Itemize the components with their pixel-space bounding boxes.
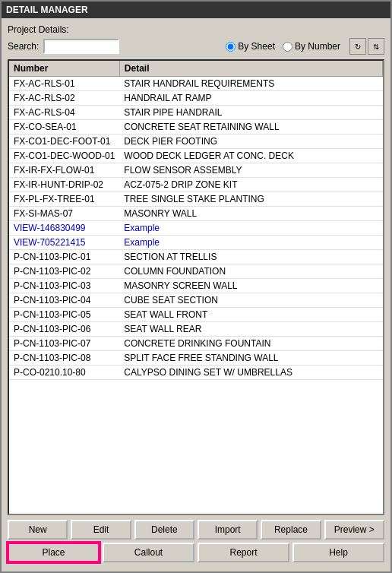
cell-number: VIEW-146830499: [9, 221, 119, 236]
table-row[interactable]: FX-AC-RLS-02HANDRAIL AT RAMP: [9, 91, 383, 106]
cell-detail: CONCRETE DRINKING FOUNTAIN: [119, 337, 382, 351]
cell-detail: FLOW SENSOR ASSEMBLY: [119, 163, 382, 178]
cell-detail: STAIR PIPE HANDRAIL: [119, 106, 382, 120]
cell-detail: CALYPSO DINING SET W/ UMBRELLAS: [119, 366, 382, 380]
table-row[interactable]: P-CN-1103-PIC-04CUBE SEAT SECTION: [9, 293, 383, 308]
column-header-detail: Detail: [119, 61, 382, 77]
table-body: FX-AC-RLS-01STAIR HANDRAIL REQUIREMENTSF…: [9, 77, 383, 380]
cell-number: FX-AC-RLS-02: [9, 91, 119, 106]
cell-detail: Example: [119, 221, 382, 236]
table-row[interactable]: P-CO-0210.10-80CALYPSO DINING SET W/ UMB…: [9, 366, 383, 380]
content-area: Project Details: Search: By Sheet By Num…: [2, 18, 390, 571]
cell-detail: WOOD DECK LEDGER AT CONC. DECK: [119, 149, 382, 163]
table-container[interactable]: Number Detail FX-AC-RLS-01STAIR HANDRAIL…: [8, 59, 384, 515]
table-row[interactable]: P-CN-1103-PIC-07CONCRETE DRINKING FOUNTA…: [9, 337, 383, 351]
new-button[interactable]: New: [8, 520, 68, 540]
search-input[interactable]: [43, 39, 119, 54]
search-row: Search: By Sheet By Number ↻ ⇅: [8, 38, 384, 55]
table-row[interactable]: P-CN-1103-PIC-01SECTION AT TRELLIS: [9, 250, 383, 264]
cell-number: P-CN-1103-PIC-02: [9, 264, 119, 279]
refresh-button[interactable]: ↻: [349, 38, 366, 55]
table-row[interactable]: P-CN-1103-PIC-02COLUMN FOUNDATION: [9, 264, 383, 279]
main-window: DETAIL MANAGER Project Details: Search: …: [0, 0, 392, 573]
cell-detail: CUBE SEAT SECTION: [119, 293, 382, 308]
cell-number: P-CN-1103-PIC-07: [9, 337, 119, 351]
cell-number: P-CN-1103-PIC-03: [9, 279, 119, 293]
cell-detail: SEAT WALL FRONT: [119, 308, 382, 322]
edit-button[interactable]: Edit: [71, 520, 131, 540]
table-row[interactable]: FX-PL-FX-TREE-01TREE SINGLE STAKE PLANTI…: [9, 192, 383, 207]
table-row[interactable]: FX-IR-HUNT-DRIP-02ACZ-075-2 DRIP ZONE KI…: [9, 178, 383, 192]
cell-number: FX-AC-RLS-01: [9, 77, 119, 91]
cell-detail: COLUMN FOUNDATION: [119, 264, 382, 279]
cell-number: P-CN-1103-PIC-04: [9, 293, 119, 308]
window-title: DETAIL MANAGER: [6, 5, 88, 15]
table-header-row: Number Detail: [9, 61, 383, 77]
table-row[interactable]: P-CN-1103-PIC-06SEAT WALL REAR: [9, 322, 383, 337]
cell-detail: MASONRY SCREEN WALL: [119, 279, 382, 293]
cell-detail: Example: [119, 236, 382, 250]
cell-detail: SECTION AT TRELLIS: [119, 250, 382, 264]
title-bar: DETAIL MANAGER: [2, 2, 390, 18]
sort-button[interactable]: ⇅: [368, 38, 384, 55]
table-row[interactable]: FX-CO1-DEC-WOOD-01WOOD DECK LEDGER AT CO…: [9, 149, 383, 163]
cell-number: FX-CO1-DEC-FOOT-01: [9, 135, 119, 149]
cell-number: FX-IR-HUNT-DRIP-02: [9, 178, 119, 192]
cell-number: P-CO-0210.10-80: [9, 366, 119, 380]
search-label: Search:: [8, 41, 39, 52]
cell-number: FX-CO-SEA-01: [9, 120, 119, 135]
place-button[interactable]: Place: [8, 543, 100, 562]
import-button[interactable]: Import: [198, 520, 258, 540]
table-row[interactable]: FX-CO1-DEC-FOOT-01DECK PIER FOOTING: [9, 135, 383, 149]
cell-number: FX-SI-MAS-07: [9, 207, 119, 221]
delete-button[interactable]: Delete: [134, 520, 194, 540]
column-header-number: Number: [9, 61, 119, 77]
bottom-buttons-row1: New Edit Delete Import Replace Preview >: [8, 515, 384, 543]
radio-by-number[interactable]: By Number: [283, 41, 340, 52]
radio-by-sheet[interactable]: By Sheet: [226, 41, 275, 52]
cell-number: FX-AC-RLS-04: [9, 106, 119, 120]
cell-number: P-CN-1103-PIC-06: [9, 322, 119, 337]
cell-detail: CONCRETE SEAT RETAINING WALL: [119, 120, 382, 135]
cell-detail: SPLIT FACE FREE STANDING WALL: [119, 351, 382, 366]
cell-number: P-CN-1103-PIC-08: [9, 351, 119, 366]
toolbar-icons: ↻ ⇅: [349, 38, 384, 55]
cell-detail: SEAT WALL REAR: [119, 322, 382, 337]
preview-button[interactable]: Preview >: [324, 520, 384, 540]
table-row[interactable]: FX-CO-SEA-01CONCRETE SEAT RETAINING WALL: [9, 120, 383, 135]
cell-number: FX-PL-FX-TREE-01: [9, 192, 119, 207]
bottom-buttons-row2: Place Callout Report Help: [8, 543, 384, 565]
table-row[interactable]: FX-IR-FX-FLOW-01FLOW SENSOR ASSEMBLY: [9, 163, 383, 178]
cell-number: VIEW-705221415: [9, 236, 119, 250]
cell-number: FX-IR-FX-FLOW-01: [9, 163, 119, 178]
cell-detail: DECK PIER FOOTING: [119, 135, 382, 149]
table-row[interactable]: FX-SI-MAS-07MASONRY WALL: [9, 207, 383, 221]
table-row[interactable]: VIEW-146830499Example: [9, 221, 383, 236]
help-button[interactable]: Help: [292, 543, 384, 562]
table-row[interactable]: P-CN-1103-PIC-05SEAT WALL FRONT: [9, 308, 383, 322]
cell-number: P-CN-1103-PIC-01: [9, 250, 119, 264]
replace-button[interactable]: Replace: [261, 520, 321, 540]
table-row[interactable]: FX-AC-RLS-04STAIR PIPE HANDRAIL: [9, 106, 383, 120]
cell-number: FX-CO1-DEC-WOOD-01: [9, 149, 119, 163]
report-button[interactable]: Report: [198, 543, 289, 562]
cell-detail: MASONRY WALL: [119, 207, 382, 221]
details-table: Number Detail FX-AC-RLS-01STAIR HANDRAIL…: [9, 61, 383, 380]
cell-detail: STAIR HANDRAIL REQUIREMENTS: [119, 77, 382, 91]
table-row[interactable]: FX-AC-RLS-01STAIR HANDRAIL REQUIREMENTS: [9, 77, 383, 91]
radio-group: By Sheet By Number: [226, 41, 340, 52]
cell-detail: ACZ-075-2 DRIP ZONE KIT: [119, 178, 382, 192]
callout-button[interactable]: Callout: [103, 543, 194, 562]
cell-detail: HANDRAIL AT RAMP: [119, 91, 382, 106]
cell-number: P-CN-1103-PIC-05: [9, 308, 119, 322]
table-row[interactable]: VIEW-705221415Example: [9, 236, 383, 250]
table-row[interactable]: P-CN-1103-PIC-03MASONRY SCREEN WALL: [9, 279, 383, 293]
table-row[interactable]: P-CN-1103-PIC-08SPLIT FACE FREE STANDING…: [9, 351, 383, 366]
project-details-label: Project Details:: [8, 24, 384, 35]
cell-detail: TREE SINGLE STAKE PLANTING: [119, 192, 382, 207]
